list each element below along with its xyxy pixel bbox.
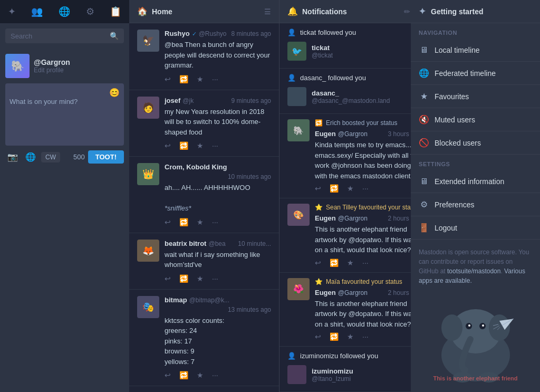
- fav-icon[interactable]: ★: [197, 218, 204, 226]
- boost-icon[interactable]: 🔁: [179, 218, 188, 226]
- fav-label: ⭐ Sean Tilley favourited your status: [315, 204, 411, 211]
- more-icon[interactable]: ···: [212, 75, 218, 83]
- more-icon[interactable]: ···: [212, 141, 218, 150]
- reply-icon[interactable]: ↩: [315, 332, 321, 341]
- reply-icon[interactable]: ↩: [165, 141, 171, 150]
- info-icon: 🖥: [419, 177, 429, 186]
- fav-icon[interactable]: ★: [197, 371, 204, 379]
- nav-icon-globe[interactable]: 🌐: [54, 4, 74, 20]
- more-icon[interactable]: ···: [212, 218, 218, 226]
- more-icon[interactable]: ···: [212, 274, 218, 283]
- post-name: beatrix bitrot: [165, 240, 206, 247]
- reply-icon[interactable]: ↩: [165, 218, 171, 226]
- boost-text: Erich boosted your status: [326, 119, 397, 127]
- nav-icon-settings[interactable]: ⚙: [82, 4, 99, 20]
- camera-icon[interactable]: 📷: [5, 150, 20, 164]
- home-column-settings-icon[interactable]: ☰: [264, 7, 271, 16]
- home-column-title: Home: [152, 7, 264, 16]
- post-handle: @Rushyo: [199, 30, 227, 37]
- notifications-column-title: Notifications: [302, 7, 404, 16]
- boost-icon[interactable]: 🔁: [330, 184, 339, 193]
- compose-textarea[interactable]: [9, 98, 120, 140]
- logout-icon: 🚪: [419, 223, 429, 233]
- post-time: 13 minutes ago: [228, 306, 271, 313]
- emoji-picker-icon[interactable]: 😊: [109, 88, 120, 98]
- fav-text: Maïa favourited your status: [326, 278, 402, 285]
- sidebar-item-federated-timeline[interactable]: 🌐 Federated timeline: [411, 62, 540, 85]
- globe-icon: 🌐: [419, 68, 429, 78]
- notifications-filter-icon[interactable]: ✏: [404, 7, 410, 16]
- boost-icon[interactable]: 🔁: [330, 259, 339, 267]
- reply-icon[interactable]: ↩: [165, 274, 171, 283]
- search-input[interactable]: [11, 32, 110, 40]
- fav-icon[interactable]: ★: [197, 75, 204, 83]
- avatar: 🎭: [137, 296, 159, 318]
- notif-text: izuminomizu followed you: [300, 352, 378, 360]
- sidebar-item-preferences[interactable]: ⚙ Preferences: [411, 193, 540, 216]
- svg-point-7: [482, 324, 484, 327]
- sidebar-item-blocked-users[interactable]: 🚫 Blocked users: [411, 131, 540, 155]
- reply-icon[interactable]: ↩: [315, 259, 321, 267]
- notifications-column-scroll[interactable]: 👤 tickat followed you 🐦 tickat @tickat 👤…: [279, 23, 411, 392]
- fav-icon[interactable]: ★: [197, 141, 204, 150]
- post-name: josef: [165, 97, 180, 104]
- home-column-scroll[interactable]: 🦅 Rushyo ✓ @Rushyo 8 minutes ago @bea Th…: [129, 23, 279, 392]
- more-icon[interactable]: ···: [362, 184, 369, 193]
- search-bar[interactable]: 🔍: [5, 28, 124, 43]
- avatar: 🧑: [137, 97, 159, 119]
- post-time: 8 minutes ago: [232, 30, 271, 37]
- elephant-area: This is another elephant friend: [411, 293, 540, 392]
- table-row: 🦅 Rushyo ✓ @Rushyo 8 minutes ago @bea Th…: [129, 23, 279, 90]
- table-row: 👑 Crom, Kobold King 10 minutes ago ah...…: [129, 157, 279, 233]
- more-icon[interactable]: ···: [362, 259, 369, 267]
- more-icon[interactable]: ···: [362, 332, 369, 341]
- nav-icon-sparkle[interactable]: ✦: [4, 4, 20, 20]
- boost-icon[interactable]: 🔁: [179, 75, 188, 83]
- sidebar-item-muted-users[interactable]: 🔇 Muted users: [411, 108, 540, 131]
- fav-icon[interactable]: ★: [197, 274, 204, 283]
- notif-header: 👤 izuminomizu followed you: [287, 352, 411, 360]
- cw-button[interactable]: CW: [41, 152, 60, 162]
- post-header: beatrix bitrot @bea 10 minute...: [165, 240, 271, 247]
- notif-text: tickat followed you: [300, 28, 356, 36]
- boost-icon[interactable]: 🔁: [179, 274, 188, 283]
- getting-started-item[interactable]: ✦ Getting started: [411, 0, 540, 23]
- globe-icon[interactable]: 🌐: [23, 150, 38, 164]
- notifications-column-header: 🔔 Notifications ✏ ☰: [279, 0, 411, 23]
- notif-header: 👤 dasanc_ followed you: [287, 74, 411, 82]
- avatar[interactable]: 🐘: [5, 54, 30, 78]
- sidebar-item-favourites[interactable]: ★ Favourites: [411, 85, 540, 108]
- reply-icon[interactable]: ↩: [165, 75, 171, 83]
- home-column-header: 🏠 Home ☰: [129, 0, 279, 23]
- nav-icon-users[interactable]: 👥: [27, 4, 47, 20]
- settings-section-label: SETTINGS: [411, 155, 540, 170]
- post-actions: ↩ 🔁 ★ ···: [315, 259, 411, 267]
- toot-button[interactable]: TOOT!: [88, 150, 124, 164]
- nav-icons: ✦ 👥 🌐 ⚙ 📋: [0, 0, 129, 23]
- fav-icon[interactable]: ★: [347, 332, 354, 341]
- sidebar-item-extended-information[interactable]: 🖥 Extended information: [411, 170, 540, 193]
- post-actions: ↩ 🔁 ★ ···: [165, 141, 271, 150]
- follow-icon: 👤: [287, 74, 296, 82]
- bell-icon: 🔔: [287, 6, 298, 16]
- boost-icon[interactable]: 🔁: [330, 332, 339, 341]
- boost-icon[interactable]: 🔁: [179, 371, 188, 379]
- post-text: wait what if i say something like whom's…: [165, 250, 271, 270]
- fav-icon[interactable]: ★: [347, 184, 354, 193]
- nav-icon-list[interactable]: 📋: [105, 4, 126, 20]
- post-content: Crom, Kobold King 10 minutes ago ah.... …: [165, 163, 271, 226]
- boost-icon[interactable]: 🔁: [179, 141, 188, 150]
- sidebar-item-logout[interactable]: 🚪 Logout: [411, 216, 540, 240]
- reply-icon[interactable]: ↩: [315, 184, 321, 193]
- table-row: 🎭 bitmap @bitmap@k... 13 minutes ago kkt…: [129, 290, 279, 387]
- more-icon[interactable]: ···: [212, 371, 218, 379]
- edit-profile-link[interactable]: Edit profile: [34, 66, 124, 74]
- post-handle: @bitmap@k...: [189, 297, 229, 304]
- right-sidebar: ✦ Getting started NAVIGATION 🖥 Local tim…: [411, 0, 540, 392]
- footer-link-tootsuite[interactable]: tootsuite/mastodon: [447, 267, 500, 275]
- fav-icon[interactable]: ★: [347, 259, 354, 267]
- reply-icon[interactable]: ↩: [165, 371, 171, 379]
- notif-post-text: This is another elephant friend artwork …: [315, 224, 411, 255]
- sidebar-item-local-timeline[interactable]: 🖥 Local timeline: [411, 39, 540, 62]
- notif-user-info: tickat @tickat: [312, 44, 411, 59]
